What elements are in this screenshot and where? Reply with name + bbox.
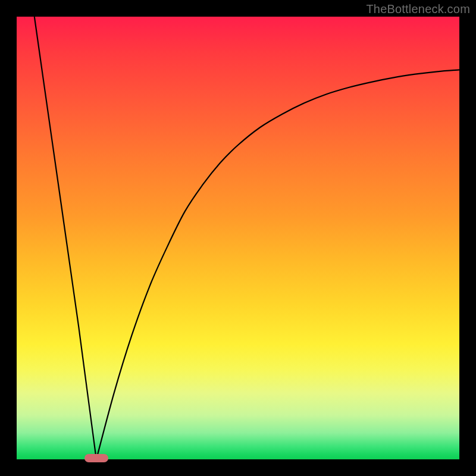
curve-overlay (17, 17, 459, 459)
curve-left (35, 17, 96, 459)
bottleneck-marker (84, 454, 108, 462)
plot-area (17, 17, 459, 459)
curve (35, 17, 459, 459)
watermark-text: TheBottleneck.com (366, 2, 470, 16)
curve-right (96, 70, 459, 459)
chart-frame: TheBottleneck.com (0, 0, 476, 476)
